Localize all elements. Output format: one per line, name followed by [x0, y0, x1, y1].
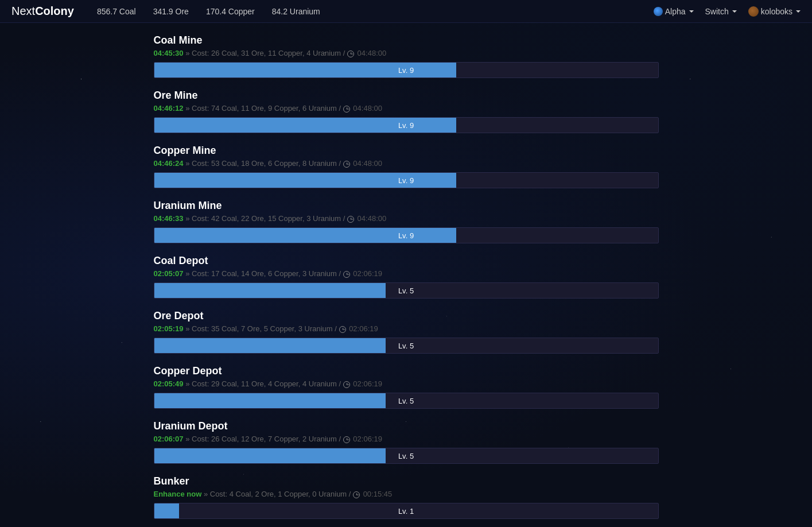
building-timer-uranium-depot: 02:06:07	[154, 435, 184, 443]
progress-fill-uranium-depot	[154, 448, 386, 463]
building-timer-bunker[interactable]: Enhance now	[154, 490, 202, 498]
building-duration-wrap-copper-mine: 04:48:00	[343, 159, 382, 168]
progress-bar-uranium-mine: Lv. 9	[154, 227, 659, 243]
clock-icon	[353, 491, 360, 498]
progress-bar-bunker: Lv. 1	[154, 503, 659, 519]
switch-label: Switch	[705, 7, 729, 16]
building-name-ore-mine: Ore Mine	[154, 90, 659, 102]
progress-label-ore-depot: Lv. 5	[398, 342, 414, 350]
user-caret-icon	[796, 10, 801, 13]
building-info-bunker: Enhance now » Cost: 4 Coal, 2 Ore, 1 Cop…	[154, 490, 659, 498]
resource-ore: 341.9 Ore	[153, 7, 189, 16]
building-cost-ore-depot: » Cost: 35 Coal, 7 Ore, 5 Copper, 3 Uran…	[184, 324, 339, 333]
progress-bar-coal-mine: Lv. 9	[154, 62, 659, 78]
resource-uranium: 84.2 Uranium	[272, 7, 320, 16]
building-cost-coal-depot: » Cost: 17 Coal, 14 Ore, 6 Copper, 3 Ura…	[184, 269, 343, 278]
building-info-uranium-mine: 04:46:33 » Cost: 42 Coal, 22 Ore, 15 Cop…	[154, 214, 659, 223]
building-info-copper-depot: 02:05:49 » Cost: 29 Coal, 11 Ore, 4 Copp…	[154, 379, 659, 388]
progress-fill-coal-depot	[154, 283, 386, 298]
planet-icon	[654, 7, 663, 16]
switch-dropdown[interactable]: Switch	[705, 7, 737, 16]
building-duration-wrap-ore-depot: 02:06:19	[339, 324, 378, 333]
clock-icon	[343, 106, 350, 113]
alpha-label: Alpha	[665, 7, 686, 16]
building-name-coal-depot: Coal Depot	[154, 255, 659, 267]
main-content: Coal Mine04:45:30 » Cost: 26 Coal, 31 Or…	[148, 23, 665, 527]
building-duration-wrap-uranium-depot: 02:06:19	[343, 435, 382, 443]
clock-icon	[347, 51, 354, 57]
clock-icon	[343, 161, 350, 168]
building-duration-wrap-ore-mine: 04:48:00	[343, 104, 382, 113]
building-info-coal-mine: 04:45:30 » Cost: 26 Coal, 31 Ore, 11 Cop…	[154, 49, 659, 57]
building-timer-coal-mine: 04:45:30	[154, 49, 184, 57]
progress-fill-ore-depot	[154, 338, 386, 353]
progress-bar-coal-depot: Lv. 5	[154, 282, 659, 299]
building-card-coal-mine: Coal Mine04:45:30 » Cost: 26 Coal, 31 Or…	[148, 34, 665, 78]
building-cost-copper-depot: » Cost: 29 Coal, 11 Ore, 4 Copper, 4 Ura…	[184, 379, 343, 388]
user-avatar-icon	[748, 6, 759, 17]
building-timer-copper-mine: 04:46:24	[154, 159, 184, 168]
progress-fill-copper-depot	[154, 393, 386, 408]
progress-bar-uranium-depot: Lv. 5	[154, 448, 659, 464]
user-dropdown[interactable]: koloboks	[748, 6, 801, 17]
progress-label-uranium-mine: Lv. 9	[398, 231, 414, 240]
building-name-copper-depot: Copper Depot	[154, 365, 659, 377]
building-cost-ore-mine: » Cost: 74 Coal, 11 Ore, 9 Copper, 6 Ura…	[184, 104, 343, 113]
building-card-copper-mine: Copper Mine04:46:24 » Cost: 53 Coal, 18 …	[148, 145, 665, 188]
building-timer-ore-mine: 04:46:12	[154, 104, 184, 113]
resource-bar: 856.7 Coal 341.9 Ore 170.4 Copper 84.2 U…	[97, 7, 654, 16]
building-duration-wrap-bunker: 00:15:45	[353, 490, 392, 498]
building-name-ore-depot: Ore Depot	[154, 310, 659, 322]
resource-coal: 856.7 Coal	[97, 7, 136, 16]
navbar-right: Alpha Switch koloboks	[654, 6, 801, 17]
building-card-uranium-mine: Uranium Mine04:46:33 » Cost: 42 Coal, 22…	[148, 200, 665, 243]
building-name-coal-mine: Coal Mine	[154, 34, 659, 46]
clock-icon	[339, 326, 346, 333]
progress-label-coal-mine: Lv. 9	[398, 66, 414, 75]
building-timer-coal-depot: 02:05:07	[154, 269, 184, 278]
building-card-ore-mine: Ore Mine04:46:12 » Cost: 74 Coal, 11 Ore…	[148, 90, 665, 133]
progress-label-coal-depot: Lv. 5	[398, 286, 414, 295]
clock-icon	[347, 216, 354, 223]
progress-bar-copper-depot: Lv. 5	[154, 393, 659, 409]
building-name-bunker: Bunker	[154, 475, 659, 487]
progress-bar-copper-mine: Lv. 9	[154, 172, 659, 188]
building-cost-copper-mine: » Cost: 53 Coal, 18 Ore, 6 Copper, 8 Ura…	[184, 159, 343, 168]
building-name-uranium-mine: Uranium Mine	[154, 200, 659, 212]
clock-icon	[343, 436, 350, 443]
progress-label-bunker: Lv. 1	[398, 507, 414, 516]
building-card-coal-depot: Coal Depot02:05:07 » Cost: 17 Coal, 14 O…	[148, 255, 665, 299]
progress-label-copper-depot: Lv. 5	[398, 397, 414, 405]
building-duration-wrap-coal-mine: 04:48:00	[347, 49, 386, 57]
building-card-ore-depot: Ore Depot02:05:19 » Cost: 35 Coal, 7 Ore…	[148, 310, 665, 354]
building-name-copper-mine: Copper Mine	[154, 145, 659, 157]
building-timer-copper-depot: 02:05:49	[154, 379, 184, 388]
progress-fill-bunker	[154, 503, 180, 518]
clock-icon	[343, 271, 350, 278]
brand-colony: Colony	[35, 5, 74, 17]
building-cost-bunker: » Cost: 4 Coal, 2 Ore, 1 Copper, 0 Urani…	[201, 490, 353, 498]
brand-logo[interactable]: NextColony	[11, 5, 74, 18]
building-timer-uranium-mine: 04:46:33	[154, 214, 184, 223]
user-label: koloboks	[761, 7, 792, 16]
progress-label-ore-mine: Lv. 9	[398, 121, 414, 130]
building-timer-ore-depot: 02:05:19	[154, 324, 184, 333]
building-card-bunker: BunkerEnhance now » Cost: 4 Coal, 2 Ore,…	[148, 475, 665, 519]
progress-label-uranium-depot: Lv. 5	[398, 452, 414, 460]
brand-next: Next	[11, 5, 35, 17]
building-duration-wrap-uranium-mine: 04:48:00	[347, 214, 386, 223]
clock-icon	[343, 381, 350, 388]
building-duration-wrap-coal-depot: 02:06:19	[343, 269, 382, 278]
progress-bar-ore-depot: Lv. 5	[154, 338, 659, 354]
building-cost-coal-mine: » Cost: 26 Coal, 31 Ore, 11 Copper, 4 Ur…	[184, 49, 347, 57]
building-cost-uranium-mine: » Cost: 42 Coal, 22 Ore, 15 Copper, 3 Ur…	[184, 214, 347, 223]
alpha-dropdown[interactable]: Alpha	[654, 7, 694, 16]
alpha-caret-icon	[689, 10, 694, 13]
building-card-uranium-depot: Uranium Depot02:06:07 » Cost: 26 Coal, 1…	[148, 420, 665, 464]
building-info-ore-depot: 02:05:19 » Cost: 35 Coal, 7 Ore, 5 Coppe…	[154, 324, 659, 333]
navbar: NextColony 856.7 Coal 341.9 Ore 170.4 Co…	[0, 0, 812, 23]
progress-bar-ore-mine: Lv. 9	[154, 117, 659, 133]
building-info-uranium-depot: 02:06:07 » Cost: 26 Coal, 12 Ore, 7 Copp…	[154, 435, 659, 443]
building-card-copper-depot: Copper Depot02:05:49 » Cost: 29 Coal, 11…	[148, 365, 665, 409]
building-cost-uranium-depot: » Cost: 26 Coal, 12 Ore, 7 Copper, 2 Ura…	[184, 435, 343, 443]
